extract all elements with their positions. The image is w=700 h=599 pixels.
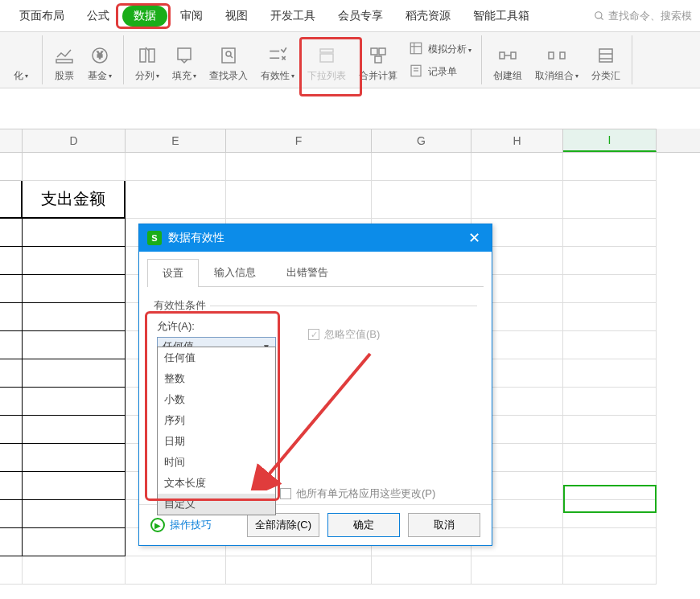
- subtotal-icon: [595, 45, 616, 66]
- opt-list[interactable]: 序列: [158, 410, 275, 431]
- svg-rect-16: [320, 49, 333, 52]
- cancel-button[interactable]: 取消: [408, 513, 480, 537]
- ribbon-subtotal[interactable]: 分类汇: [585, 35, 627, 84]
- search-icon: [594, 10, 605, 22]
- play-icon: ▶: [150, 518, 165, 532]
- tab-view[interactable]: 视图: [216, 4, 257, 28]
- ribbon-group[interactable]: 创建组: [487, 35, 529, 84]
- tab-smart-tools[interactable]: 智能工具箱: [463, 4, 539, 28]
- fund-icon: ¥: [89, 45, 110, 66]
- tab-formula[interactable]: 公式: [77, 4, 119, 28]
- tab-review[interactable]: 审阅: [171, 4, 212, 28]
- svg-rect-32: [599, 49, 612, 62]
- ignore-blank-checkbox[interactable]: ✓ 忽略空值(B): [308, 327, 380, 342]
- col-stub[interactable]: [0, 129, 23, 152]
- ribbon-simulate[interactable]: 模拟分析▾: [409, 38, 471, 60]
- group-icon: [497, 45, 518, 66]
- cell-amount-header[interactable]: 支出金额: [23, 181, 126, 219]
- col-header-D[interactable]: D: [23, 129, 126, 152]
- lookup-icon: [218, 45, 239, 66]
- ribbon-split[interactable]: 分列▾: [129, 35, 166, 84]
- svg-rect-2: [56, 59, 72, 63]
- stock-icon: [54, 45, 75, 66]
- col-header-G[interactable]: G: [372, 129, 471, 152]
- opt-date[interactable]: 日期: [158, 431, 275, 452]
- checkbox-icon: ✓: [308, 329, 319, 340]
- ribbon-validity[interactable]: 有效性▾: [254, 35, 301, 84]
- search-placeholder: 查找命令、搜索模: [608, 9, 692, 23]
- opt-custom[interactable]: 自定义: [158, 494, 275, 515]
- dropdown-icon: [316, 45, 337, 66]
- app-icon: S: [147, 231, 162, 245]
- svg-rect-27: [500, 52, 504, 59]
- ribbon-record[interactable]: 记录单: [409, 60, 471, 83]
- ribbon-fund[interactable]: ¥ 基金▾: [81, 35, 118, 84]
- svg-rect-19: [379, 48, 385, 55]
- split-icon: [137, 45, 158, 66]
- menu-tabbar: 页面布局 公式 数据 审阅 视图 开发工具 会员专享 稻壳资源 智能工具箱 查找…: [0, 0, 700, 32]
- tab-data[interactable]: 数据: [122, 6, 167, 27]
- opt-textlen[interactable]: 文本长度: [158, 473, 275, 494]
- ribbon-fill[interactable]: 填充▾: [166, 35, 203, 84]
- dialog-tabs: 设置 输入信息 出错警告: [147, 258, 484, 287]
- svg-text:¥: ¥: [97, 50, 103, 61]
- svg-rect-5: [140, 49, 146, 62]
- svg-rect-6: [149, 49, 154, 62]
- dialog-tab-input[interactable]: 输入信息: [199, 258, 271, 286]
- svg-line-11: [230, 55, 233, 58]
- svg-rect-20: [375, 56, 381, 63]
- opt-time[interactable]: 时间: [158, 452, 275, 473]
- record-icon: [409, 64, 425, 80]
- col-header-F[interactable]: F: [226, 129, 372, 152]
- ok-button[interactable]: 确定: [327, 513, 400, 537]
- ribbon: 化▾ 股票 ¥ 基金▾ 分列▾ 填充▾ 查找录入 有效性▾: [0, 32, 700, 88]
- dialog-tab-error[interactable]: 出错警告: [271, 258, 344, 286]
- dialog-body: 有效性条件 允许(A): 任何值 ▼ ✓ 忽略空值(B) 任何值 整数 小数 序…: [139, 287, 492, 504]
- tab-page-layout[interactable]: 页面布局: [10, 4, 74, 28]
- tab-resources[interactable]: 稻壳资源: [396, 4, 460, 28]
- consolidate-icon: [368, 45, 389, 66]
- col-header-I[interactable]: I: [563, 129, 657, 152]
- clear-all-button[interactable]: 全部清除(C): [247, 513, 319, 537]
- allow-dropdown: 任何值 整数 小数 序列 日期 时间 文本长度 自定义: [157, 347, 276, 515]
- svg-rect-28: [511, 52, 516, 59]
- col-header-H[interactable]: H: [471, 129, 563, 152]
- svg-point-0: [595, 11, 602, 18]
- data-validity-dialog: S 数据有效性 ✕ 设置 输入信息 出错警告 有效性条件 允许(A): 任何值 …: [138, 224, 492, 546]
- opt-any[interactable]: 任何值: [158, 347, 275, 368]
- ribbon-stock[interactable]: 股票: [47, 35, 81, 84]
- svg-rect-17: [320, 54, 333, 62]
- ribbon-lookup[interactable]: 查找录入: [203, 35, 254, 84]
- ribbon-convert[interactable]: 化▾: [5, 35, 37, 84]
- validity-icon: [267, 45, 288, 66]
- opt-integer[interactable]: 整数: [158, 368, 275, 389]
- tips-link[interactable]: ▶ 操作技巧: [150, 518, 212, 532]
- svg-rect-18: [371, 48, 377, 55]
- ribbon-ungroup[interactable]: 取消组合▾: [529, 35, 585, 84]
- close-icon[interactable]: ✕: [464, 229, 484, 247]
- dialog-tab-settings[interactable]: 设置: [147, 259, 199, 287]
- dialog-title: 数据有效性: [168, 231, 224, 245]
- simulate-icon: [409, 41, 425, 57]
- ungroup-icon: [546, 45, 567, 66]
- column-headers: D E F G H I: [0, 129, 700, 153]
- fill-icon: [174, 45, 195, 66]
- svg-rect-9: [222, 48, 235, 63]
- checkbox-icon: [280, 488, 291, 499]
- svg-rect-21: [410, 43, 422, 54]
- apply-all-checkbox[interactable]: 他所有单元格应用这些更改(P): [280, 486, 435, 501]
- dialog-titlebar[interactable]: S 数据有效性 ✕: [139, 224, 492, 252]
- tab-dev-tools[interactable]: 开发工具: [261, 4, 325, 28]
- fieldset-label: 有效性条件: [154, 298, 477, 313]
- ribbon-dropdown-list[interactable]: 下拉列表: [301, 35, 352, 84]
- svg-rect-8: [178, 48, 191, 59]
- svg-rect-30: [549, 52, 554, 59]
- svg-line-1: [601, 17, 603, 19]
- opt-decimal[interactable]: 小数: [158, 389, 275, 410]
- tab-member[interactable]: 会员专享: [328, 4, 393, 28]
- search-box[interactable]: 查找命令、搜索模: [594, 9, 692, 23]
- ribbon-consolidate[interactable]: 合并计算: [352, 35, 404, 84]
- svg-rect-31: [560, 52, 565, 59]
- col-header-E[interactable]: E: [126, 129, 226, 152]
